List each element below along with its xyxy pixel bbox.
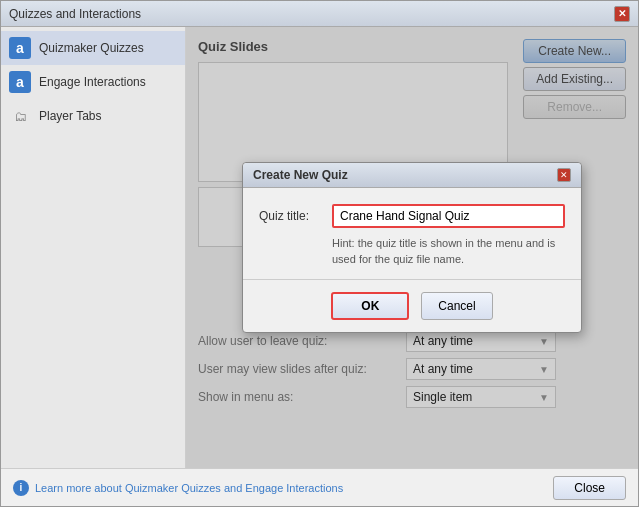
dialog-title-bar: Create New Quiz ✕: [243, 163, 581, 188]
dialog-close-button[interactable]: ✕: [557, 168, 571, 182]
learn-more-text: Learn more about Quizmaker Quizzes and E…: [35, 482, 343, 494]
learn-more-link[interactable]: i Learn more about Quizmaker Quizzes and…: [13, 480, 343, 496]
dialog-cancel-button[interactable]: Cancel: [421, 292, 492, 320]
sidebar-label-quizmaker: Quizmaker Quizzes: [39, 41, 144, 55]
sidebar-label-engage: Engage Interactions: [39, 75, 146, 89]
quiz-title-input[interactable]: [332, 204, 565, 228]
main-window: Quizzes and Interactions ✕ a Quizmaker Q…: [0, 0, 639, 507]
sidebar-label-player-tabs: Player Tabs: [39, 109, 101, 123]
window-close-button[interactable]: ✕: [614, 6, 630, 22]
engage-icon: a: [9, 71, 31, 93]
player-tabs-icon: 🗂: [9, 105, 31, 127]
sidebar-item-engage[interactable]: a Engage Interactions: [1, 65, 185, 99]
footer: i Learn more about Quizmaker Quizzes and…: [1, 468, 638, 506]
window-title: Quizzes and Interactions: [9, 7, 141, 21]
dialog-content: Quiz title: Hint: the quiz title is show…: [243, 188, 581, 332]
main-panel: Quiz Slides Create New... Add Existing..…: [186, 27, 638, 468]
footer-close-button[interactable]: Close: [553, 476, 626, 500]
quizmaker-icon: a: [9, 37, 31, 59]
dialog-ok-button[interactable]: OK: [331, 292, 409, 320]
dialog-overlay: Create New Quiz ✕ Quiz title: Hint: the …: [186, 27, 638, 468]
dialog-buttons: OK Cancel: [259, 292, 565, 320]
quiz-title-field-row: Quiz title:: [259, 204, 565, 228]
dialog-title: Create New Quiz: [253, 168, 348, 182]
title-bar: Quizzes and Interactions ✕: [1, 1, 638, 27]
dialog-separator: [243, 279, 581, 280]
quiz-title-label: Quiz title:: [259, 209, 324, 223]
sidebar: a Quizmaker Quizzes a Engage Interaction…: [1, 27, 186, 468]
content-area: a Quizmaker Quizzes a Engage Interaction…: [1, 27, 638, 468]
dialog-hint: Hint: the quiz title is shown in the men…: [332, 236, 565, 267]
sidebar-item-quizmaker[interactable]: a Quizmaker Quizzes: [1, 31, 185, 65]
info-icon: i: [13, 480, 29, 496]
sidebar-item-player-tabs[interactable]: 🗂 Player Tabs: [1, 99, 185, 133]
create-new-quiz-dialog: Create New Quiz ✕ Quiz title: Hint: the …: [242, 162, 582, 333]
